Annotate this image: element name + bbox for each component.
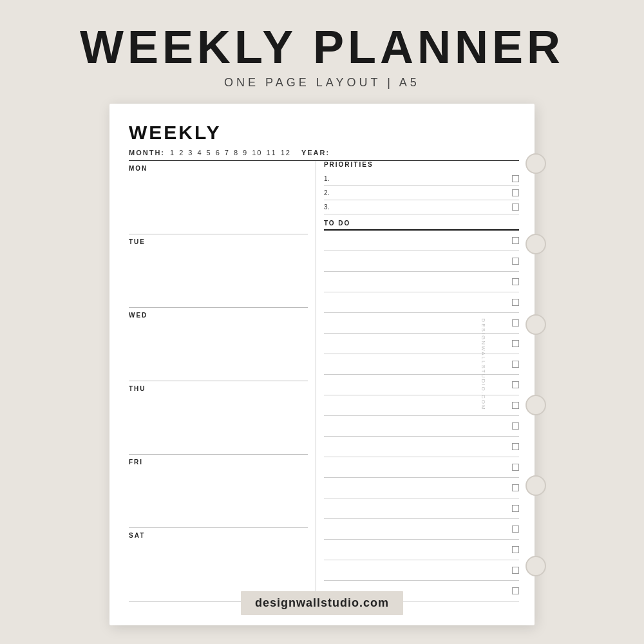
todo-checkbox[interactable] bbox=[512, 567, 519, 574]
todo-checkbox[interactable] bbox=[512, 464, 519, 471]
todo-row bbox=[324, 251, 519, 272]
todo-row bbox=[324, 334, 519, 354]
todo-row bbox=[324, 416, 519, 437]
ring bbox=[526, 556, 546, 576]
day-label: FRI bbox=[129, 459, 308, 466]
ring bbox=[526, 395, 546, 415]
todo-checkbox[interactable] bbox=[512, 587, 519, 594]
todo-row bbox=[324, 354, 519, 375]
month-number: 11 bbox=[266, 149, 276, 156]
month-label: MONTH: bbox=[129, 149, 165, 156]
ring bbox=[526, 475, 546, 496]
todo-row bbox=[324, 478, 519, 498]
todo-checkbox[interactable] bbox=[512, 381, 519, 388]
todo-checkbox[interactable] bbox=[512, 340, 519, 347]
todo-row bbox=[324, 313, 519, 334]
todo-checkbox[interactable] bbox=[512, 278, 519, 285]
day-block: TUE bbox=[129, 234, 308, 308]
month-number: 1 bbox=[170, 149, 175, 156]
ring bbox=[526, 153, 546, 174]
day-block: FRI bbox=[129, 455, 308, 528]
todo-checkbox[interactable] bbox=[512, 505, 519, 512]
ring bbox=[526, 314, 546, 335]
priorities-section: PRIORITIES 1.2.3. bbox=[324, 161, 519, 220]
header-area: WEEKLY PLANNER ONE PAGE LAYOUT | A5 bbox=[80, 0, 564, 90]
days-column: MONTUEWEDTHUFRISAT bbox=[129, 161, 316, 601]
day-block: WED bbox=[129, 308, 308, 381]
priority-row: 2. bbox=[324, 186, 519, 200]
todo-label: TO DO bbox=[324, 220, 519, 231]
todo-checkbox[interactable] bbox=[512, 361, 519, 368]
todo-checkbox[interactable] bbox=[512, 526, 519, 533]
todo-checkbox[interactable] bbox=[512, 422, 519, 430]
day-label: TUE bbox=[129, 238, 308, 245]
priority-checkbox[interactable] bbox=[512, 189, 519, 196]
paper: WEEKLY MONTH: 123456789101112 YEAR: MONT… bbox=[109, 104, 535, 625]
priority-text: 1. bbox=[324, 175, 330, 182]
month-number: 7 bbox=[225, 149, 230, 156]
todo-row bbox=[324, 540, 519, 560]
todo-checkbox[interactable] bbox=[512, 258, 519, 265]
priority-row: 3. bbox=[324, 200, 519, 214]
month-number: 2 bbox=[179, 149, 184, 156]
month-number: 8 bbox=[234, 149, 239, 156]
day-label: MON bbox=[129, 165, 308, 172]
todo-checkbox[interactable] bbox=[512, 402, 519, 409]
day-label: SAT bbox=[129, 532, 308, 539]
priority-text: 2. bbox=[324, 189, 330, 196]
month-number: 4 bbox=[197, 149, 202, 156]
month-number: 10 bbox=[252, 149, 262, 156]
day-block: MON bbox=[129, 161, 308, 234]
month-number: 6 bbox=[216, 149, 221, 156]
main-title: WEEKLY PLANNER bbox=[80, 21, 564, 73]
priority-row: 1. bbox=[324, 172, 519, 186]
watermark: DESIGNWALLSTUDIO.COM bbox=[480, 318, 486, 410]
paper-bottom-watermark: designwallstudio.com bbox=[241, 591, 403, 615]
todo-row bbox=[324, 498, 519, 519]
todo-row bbox=[324, 395, 519, 416]
todo-row bbox=[324, 292, 519, 313]
todo-checkbox[interactable] bbox=[512, 299, 519, 306]
priority-checkbox[interactable] bbox=[512, 175, 519, 182]
content-grid: MONTUEWEDTHUFRISAT PRIORITIES 1.2.3. TO … bbox=[129, 161, 519, 601]
month-number: 3 bbox=[188, 149, 193, 156]
month-number: 12 bbox=[281, 149, 291, 156]
month-number: 5 bbox=[207, 149, 212, 156]
priority-text: 3. bbox=[324, 204, 330, 211]
todo-checkbox[interactable] bbox=[512, 484, 519, 491]
todo-row bbox=[324, 457, 519, 478]
todo-row bbox=[324, 272, 519, 292]
todo-row bbox=[324, 560, 519, 581]
todo-row bbox=[324, 375, 519, 395]
todo-section: TO DO bbox=[324, 220, 519, 601]
todo-row bbox=[324, 519, 519, 540]
sub-title: ONE PAGE LAYOUT | A5 bbox=[80, 76, 564, 90]
month-numbers: 123456789101112 bbox=[170, 149, 291, 156]
priorities-label: PRIORITIES bbox=[324, 161, 519, 169]
weekly-title: WEEKLY bbox=[129, 122, 519, 144]
priority-checkbox[interactable] bbox=[512, 204, 519, 211]
month-number: 9 bbox=[243, 149, 248, 156]
todo-checkbox[interactable] bbox=[512, 319, 519, 327]
year-label: YEAR: bbox=[301, 149, 330, 156]
todo-row bbox=[324, 231, 519, 251]
day-block: THU bbox=[129, 381, 308, 455]
todo-row bbox=[324, 437, 519, 457]
todo-checkbox[interactable] bbox=[512, 546, 519, 553]
day-label: WED bbox=[129, 312, 308, 319]
rings bbox=[526, 104, 546, 625]
todo-checkbox[interactable] bbox=[512, 237, 519, 244]
todo-checkbox[interactable] bbox=[512, 443, 519, 450]
right-column: PRIORITIES 1.2.3. TO DO bbox=[316, 161, 519, 601]
day-label: THU bbox=[129, 385, 308, 392]
day-block: SAT bbox=[129, 528, 308, 601]
ring bbox=[526, 234, 546, 254]
month-row: MONTH: 123456789101112 YEAR: bbox=[129, 149, 519, 161]
